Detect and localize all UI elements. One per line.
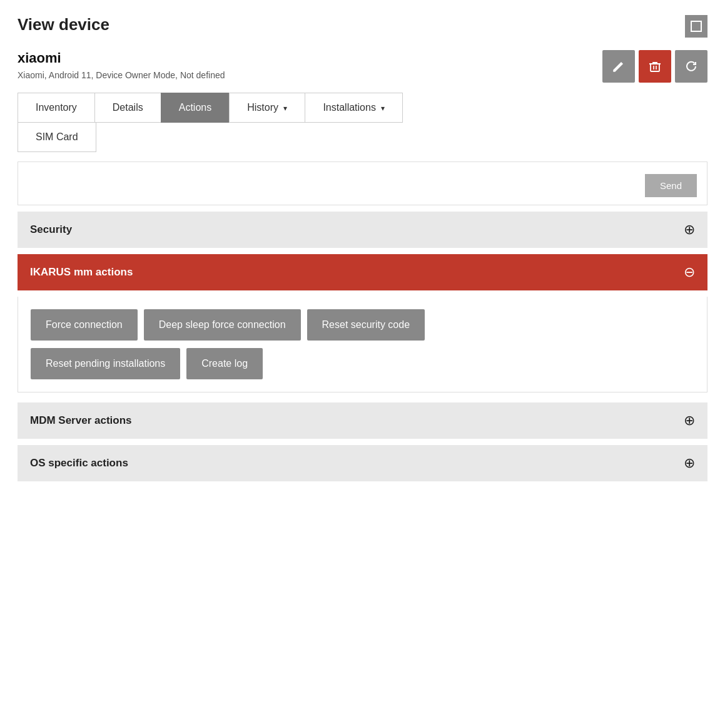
os-expand-icon: ⊕ (684, 455, 695, 471)
delete-button[interactable] (639, 50, 671, 83)
device-info: xiaomi Xiaomi, Android 11, Device Owner … (18, 50, 225, 80)
ikarus-header[interactable]: IKARUS mm actions ⊖ (18, 254, 707, 290)
mdm-expand-icon: ⊕ (684, 413, 695, 429)
device-action-buttons (602, 50, 707, 83)
edit-button[interactable] (602, 50, 635, 83)
mdm-header[interactable]: MDM Server actions ⊕ (18, 402, 707, 439)
tab-details[interactable]: Details (94, 93, 161, 123)
page-header: View device (18, 15, 707, 38)
page-title: View device (18, 15, 109, 34)
security-section: Security ⊕ (18, 212, 707, 248)
mdm-section: MDM Server actions ⊕ (18, 402, 707, 439)
force-connection-button[interactable]: Force connection (31, 309, 138, 341)
os-header[interactable]: OS specific actions ⊕ (18, 445, 707, 481)
content-area: Send (18, 161, 707, 205)
ikarus-body: Force connection Deep sleep force connec… (18, 297, 707, 392)
tab-installations[interactable]: Installations ▾ (305, 93, 403, 123)
os-title: OS specific actions (30, 457, 128, 469)
os-section: OS specific actions ⊕ (18, 445, 707, 481)
device-meta: Xiaomi, Android 11, Device Owner Mode, N… (18, 70, 225, 80)
send-button[interactable]: Send (645, 174, 697, 197)
window-button[interactable] (685, 15, 707, 38)
ikarus-actions-row2: Reset pending installations Create log (31, 348, 694, 379)
deep-sleep-force-connection-button[interactable]: Deep sleep force connection (144, 309, 301, 341)
reset-pending-installations-button[interactable]: Reset pending installations (31, 348, 180, 379)
ikarus-collapse-icon: ⊖ (684, 264, 695, 280)
tab-actions[interactable]: Actions (161, 93, 230, 123)
tabs-second-row: SIM Card (18, 122, 707, 151)
refresh-button[interactable] (675, 50, 707, 83)
trash-icon (648, 59, 662, 73)
ikarus-section: IKARUS mm actions ⊖ Force connection Dee… (18, 254, 707, 392)
device-name: xiaomi (18, 50, 225, 66)
window-icon (691, 21, 702, 32)
tab-simcard[interactable]: SIM Card (18, 122, 96, 152)
installations-dropdown-arrow: ▾ (381, 104, 385, 113)
ikarus-actions-row1: Force connection Deep sleep force connec… (31, 309, 694, 341)
security-header[interactable]: Security ⊕ (18, 212, 707, 248)
security-expand-icon: ⊕ (684, 222, 695, 238)
history-dropdown-arrow: ▾ (283, 104, 287, 113)
edit-icon (612, 59, 626, 73)
svg-rect-1 (651, 64, 659, 71)
refresh-icon (684, 59, 698, 73)
mdm-title: MDM Server actions (30, 414, 132, 427)
svg-rect-0 (691, 21, 701, 31)
device-section: xiaomi Xiaomi, Android 11, Device Owner … (18, 50, 707, 83)
create-log-button[interactable]: Create log (186, 348, 263, 379)
tab-inventory[interactable]: Inventory (18, 93, 95, 123)
ikarus-title: IKARUS mm actions (30, 266, 133, 279)
reset-security-code-button[interactable]: Reset security code (307, 309, 425, 341)
tabs-row: Inventory Details Actions History ▾ Inst… (18, 93, 707, 122)
security-title: Security (30, 223, 72, 236)
tab-history[interactable]: History ▾ (229, 93, 305, 123)
